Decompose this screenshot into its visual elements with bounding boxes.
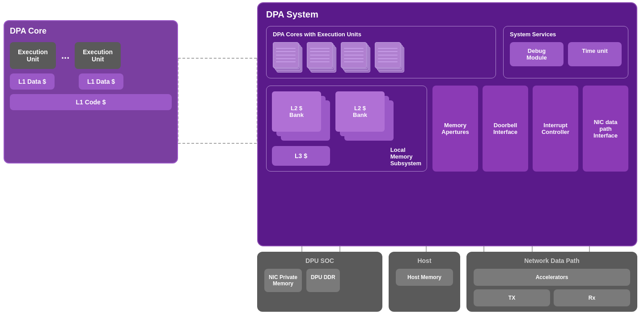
dpa-system-middle-row: L2 $Bank L2 $Bank L3 $ LocalMemorySubsys… xyxy=(266,86,628,172)
dpa-cores-inner-title: DPA Cores with Execution Units xyxy=(273,31,489,38)
l3-box: L3 $ xyxy=(272,146,330,166)
system-services-row: DebugModule Time unit xyxy=(510,42,622,66)
dpu-soc-title: DPU SOC xyxy=(264,257,375,264)
accelerators-box: Accelerators xyxy=(474,269,630,286)
dpa-system-top-row: DPA Cores with Execution Units xyxy=(266,26,628,78)
network-title: Network Data Path xyxy=(474,257,630,264)
time-unit-box: Time unit xyxy=(568,42,622,66)
l1-data-2: L1 Data $ xyxy=(79,73,123,90)
dpa-core-title: DPA Core xyxy=(10,26,172,36)
interrupt-controller-box: InterruptController xyxy=(533,86,578,172)
exec-unit-1: ExecutionUnit xyxy=(10,42,56,69)
dpa-cores-icons xyxy=(273,42,489,73)
l1-data-1: L1 Data $ xyxy=(10,73,55,90)
bottom-external-row: DPU SOC NIC PrivateMemory DPU DDR Host H… xyxy=(257,252,637,312)
dpa-cores-inner-box: DPA Cores with Execution Units xyxy=(266,26,496,78)
dots-separator: ... xyxy=(61,50,69,61)
network-box: Network Data Path Accelerators TX Rx xyxy=(466,252,637,312)
system-services-title: System Services xyxy=(510,31,622,38)
nic-data-path-box: NIC datapathInterface xyxy=(583,86,628,172)
chip-stack-3 xyxy=(341,42,371,73)
chip-stack-2 xyxy=(307,42,337,73)
dpu-soc-inner: NIC PrivateMemory DPU DDR xyxy=(264,269,375,292)
l2-banks-row: L2 $Bank L2 $Bank xyxy=(272,91,421,141)
doorbell-interface-box: DoorbellInterface xyxy=(483,86,528,172)
local-memory-box: L2 $Bank L2 $Bank L3 $ LocalMemorySubsys… xyxy=(266,86,427,172)
exec-units-row: ExecutionUnit ... ExecutionUnit xyxy=(10,42,172,69)
host-box: Host Host Memory xyxy=(389,252,460,312)
memory-apertures-box: MemoryApertures xyxy=(432,86,478,172)
system-services-box: System Services DebugModule Time unit xyxy=(503,26,628,78)
l2-bank-stack-2: L2 $Bank xyxy=(335,91,394,141)
dpa-system-box: DPA System DPA Cores with Execution Unit… xyxy=(257,2,637,246)
network-inner: Accelerators TX Rx xyxy=(474,269,630,306)
host-title: Host xyxy=(396,257,453,264)
l1-code: L1 Code $ xyxy=(10,94,172,110)
chip-stack-4 xyxy=(375,42,405,73)
chip-stack-1 xyxy=(273,42,303,73)
debug-module-box: DebugModule xyxy=(510,42,564,66)
dpa-system-title: DPA System xyxy=(266,9,628,20)
dpa-core-box: DPA Core ExecutionUnit ... ExecutionUnit… xyxy=(4,20,178,163)
dpu-soc-box: DPU SOC NIC PrivateMemory DPU DDR xyxy=(257,252,382,312)
host-inner: Host Memory xyxy=(396,269,453,286)
l1-data-row: L1 Data $ L1 Data $ xyxy=(10,73,172,90)
nic-private-memory-box: NIC PrivateMemory xyxy=(264,269,302,292)
exec-unit-2: ExecutionUnit xyxy=(75,42,121,69)
local-memory-label: LocalMemorySubsystem xyxy=(390,146,421,167)
dpu-ddr-box: DPU DDR xyxy=(306,269,340,292)
right-side-boxes: MemoryApertures DoorbellInterface Interr… xyxy=(432,86,628,172)
host-memory-box: Host Memory xyxy=(396,269,453,286)
rx-box: Rx xyxy=(554,289,630,306)
tx-box: TX xyxy=(474,289,550,306)
l2-bank-stack-1: L2 $Bank xyxy=(272,91,330,141)
diagram-container: DPA Core ExecutionUnit ... ExecutionUnit… xyxy=(0,0,644,314)
